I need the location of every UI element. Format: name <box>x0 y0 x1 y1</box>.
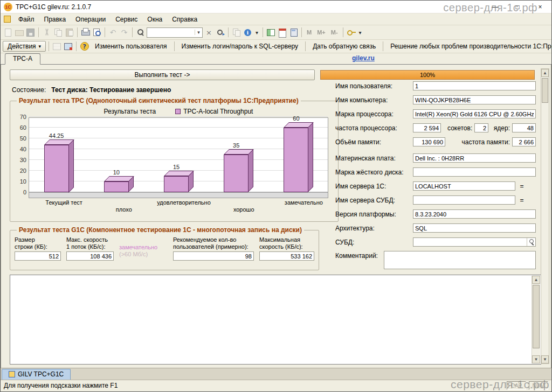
help-icon[interactable] <box>79 41 89 51</box>
max-speed-1-input[interactable] <box>66 251 114 261</box>
action-link-3[interactable]: Решение любых проблем производительности… <box>386 42 552 51</box>
scroll-down-icon[interactable]: ▼ <box>541 355 549 363</box>
user-label: Имя пользователя: <box>335 82 413 90</box>
scroll-down-icon[interactable]: ▼ <box>532 355 540 363</box>
cut-icon[interactable] <box>42 27 52 37</box>
server-db-input[interactable] <box>413 195 515 205</box>
find-icon[interactable] <box>135 27 146 37</box>
architecture-input[interactable] <box>413 223 536 233</box>
cpu-frequency-input[interactable] <box>413 123 441 132</box>
bar-face <box>104 181 129 192</box>
print-icon[interactable] <box>80 27 91 37</box>
calendar-icon[interactable] <box>277 27 287 37</box>
menu-item-0[interactable]: Файл <box>14 15 39 24</box>
recommended-users-input[interactable] <box>173 251 254 261</box>
action-link-0[interactable]: Изменить пользователя <box>91 42 171 51</box>
rating-note-text: замечательно <box>119 244 168 251</box>
platform-version-input[interactable] <box>413 209 536 219</box>
menu-item-3[interactable]: Сервис <box>111 15 142 24</box>
caret-down-icon[interactable] <box>357 27 363 37</box>
dbms-input[interactable] <box>413 239 527 246</box>
cores-label: ядер: <box>494 124 510 132</box>
copy-icon[interactable] <box>53 27 63 37</box>
undo-icon[interactable] <box>108 27 118 37</box>
scroll-thumb[interactable] <box>533 285 540 348</box>
platform-version-label: Версия платформы: <box>335 211 413 218</box>
memory-m-plus-button[interactable]: M+ <box>315 28 328 37</box>
comment-label: Комментарий: <box>335 251 384 260</box>
max-speed-input[interactable] <box>259 251 314 261</box>
form-grid-icon[interactable] <box>52 41 62 51</box>
table-board-icon[interactable] <box>266 27 276 37</box>
menu-item-1[interactable]: Правка <box>40 15 71 24</box>
hdd-model-input[interactable] <box>413 167 536 177</box>
sockets-input[interactable] <box>474 123 488 132</box>
caret-down-icon[interactable] <box>254 27 260 37</box>
g1c-result-group: Результат теста G1C (Компонентное тестир… <box>10 226 319 270</box>
close-button[interactable]: × <box>529 1 551 13</box>
comment-box[interactable] <box>384 251 536 269</box>
cores-input[interactable] <box>512 123 536 132</box>
tab-strip: TPC-A gilev.ru <box>1 53 551 65</box>
info-icon[interactable] <box>243 27 253 37</box>
action-link-2[interactable]: Дать обратную связь <box>308 42 380 51</box>
category-label-0: Текущий тест <box>34 199 94 215</box>
run-test-button[interactable]: Выполнить тест -> <box>10 69 315 80</box>
legend-label: TPC-A-local Throughput <box>183 108 253 115</box>
gilev-link[interactable]: gilev.ru <box>352 54 375 62</box>
row-size-input[interactable] <box>15 251 61 261</box>
window-tab-gilv[interactable]: GILV TPC+G1C <box>2 369 71 380</box>
status-bar: Для получения подсказки нажмите F1 CAP N… <box>1 380 551 391</box>
user-row: Имя пользователя: <box>335 81 536 91</box>
maximize-button[interactable]: □ <box>506 1 529 13</box>
paste-icon[interactable] <box>64 27 74 37</box>
find-next-icon[interactable] <box>215 27 225 37</box>
form-settings-icon[interactable] <box>63 41 73 51</box>
save-icon[interactable] <box>25 27 36 37</box>
redo-icon[interactable] <box>119 27 129 37</box>
tab-tpc-a[interactable]: TPC-A <box>5 53 40 65</box>
server-db-equals: = <box>519 197 525 204</box>
tools-icon[interactable] <box>346 27 356 37</box>
minimize-button[interactable]: — <box>484 1 506 13</box>
output-area[interactable]: ▲ ▼ <box>10 275 541 365</box>
caret-down-icon[interactable]: ▾ <box>195 30 202 35</box>
memory-m-minus-button[interactable]: M- <box>329 28 340 37</box>
server-1c-input[interactable] <box>413 181 515 191</box>
panel-scrollbar[interactable]: ▲ ▼ <box>541 68 549 364</box>
print-preview-icon[interactable] <box>92 27 102 37</box>
menu-item-4[interactable]: Окна <box>143 15 167 24</box>
chart-floor <box>29 192 328 198</box>
actions-menu-button[interactable]: Действия ▾ <box>3 41 46 52</box>
scroll-up-icon[interactable]: ▲ <box>532 276 540 284</box>
memory-label: Объём памяти: <box>335 138 413 146</box>
search-combobox[interactable]: ▾ <box>147 27 203 38</box>
cpu-model-input[interactable] <box>413 109 536 118</box>
scroll-thumb[interactable] <box>542 78 548 103</box>
menu-item-5[interactable]: Справка <box>168 15 202 24</box>
chart-y-axis: 010203040506070 <box>15 117 29 198</box>
computer-name-input[interactable] <box>413 95 536 104</box>
user-name-input[interactable] <box>413 81 536 90</box>
calculator-icon[interactable] <box>288 27 299 37</box>
memory-size-input[interactable] <box>413 137 445 146</box>
search-input[interactable] <box>147 29 195 37</box>
max-speed-label: Максимальная скорость (КБ/с): <box>259 236 314 251</box>
copy-value-icon[interactable] <box>231 27 242 37</box>
scroll-up-icon[interactable]: ▲ <box>541 69 549 77</box>
memory-m-button[interactable]: M <box>305 28 314 37</box>
open-folder-icon[interactable] <box>14 27 24 37</box>
cap-indicator: CAP <box>507 381 526 390</box>
menu-item-2[interactable]: Операции <box>71 15 110 24</box>
action-link-1[interactable]: Изменить логин/пароль к SQL-серверу <box>177 42 303 51</box>
cpu-freq-row: частота процессора: сокетов: ядер: <box>335 123 536 133</box>
memory-frequency-input[interactable] <box>512 137 536 146</box>
dbms-label: СУБД: <box>335 239 413 246</box>
new-file-icon[interactable] <box>3 27 13 37</box>
arch-row: Архитектура: <box>335 223 536 233</box>
dbms-lookup-icon[interactable] <box>527 238 535 246</box>
motherboard-input[interactable] <box>413 153 536 163</box>
output-scrollbar[interactable]: ▲ ▼ <box>532 276 540 363</box>
clear-search-icon[interactable] <box>204 27 214 37</box>
chart-bar-3: 35 <box>224 155 249 192</box>
